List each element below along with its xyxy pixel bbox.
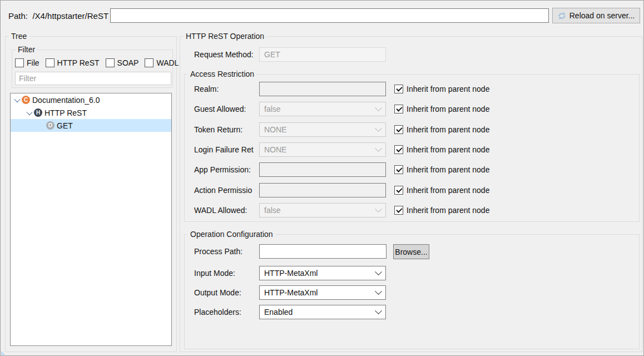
placeholders-select[interactable]: Enabled [259, 305, 386, 319]
inherit-checkbox-wadl-allowed[interactable]: Inherit from parent node [394, 206, 489, 215]
field-label: Guest Allowed: [194, 105, 259, 113]
checkbox[interactable] [394, 145, 403, 154]
tree-node-documentation[interactable]: C Documentation_6.0 [11, 93, 171, 106]
request-method-value: GET [264, 50, 280, 59]
reload-sync-icon [558, 12, 566, 20]
checkbox[interactable] [394, 206, 403, 215]
chevron-down-icon [375, 145, 382, 152]
checkbox-label: WADL [156, 58, 179, 67]
inherit-label: Inherit from parent node [407, 145, 489, 154]
chevron-down-icon [375, 288, 382, 295]
operation-configuration-group-label: Operation Configuration [188, 229, 275, 239]
request-method-label: Request Method: [194, 50, 259, 59]
tree-list[interactable]: C Documentation_6.0 H HTTP ReST O GET [10, 93, 172, 346]
checkbox[interactable] [106, 58, 115, 67]
checkbox-label: SOAP [117, 58, 139, 67]
checkbox[interactable] [394, 105, 403, 113]
field-label: App Permission: [194, 165, 259, 174]
path-value: /X4/httpstarter/ReST [32, 11, 108, 21]
field-label: Login Failure Ret [194, 145, 259, 154]
expander-icon[interactable] [25, 111, 34, 115]
select-value: HTTP-MetaXml [264, 269, 318, 278]
login-failure-select: NONE [259, 142, 386, 157]
tree-node-http-rest[interactable]: H HTTP ReST [11, 106, 171, 119]
inherit-checkbox-login-failure[interactable]: Inherit from parent node [394, 145, 489, 154]
filter-checkbox-wadl[interactable]: WADL [145, 58, 179, 67]
http-rest-operation-group-label: HTTP ReST Operation [184, 31, 266, 41]
wadl-allowed-select: false [259, 203, 386, 217]
filter-group-label: Filter [16, 44, 37, 55]
action-permission-row: Action Permissio Inherit from parent nod… [194, 183, 489, 197]
inherit-label: Inherit from parent node [407, 165, 489, 174]
checkbox[interactable] [394, 85, 403, 93]
filter-checkbox-http-rest[interactable]: HTTP ReST [46, 58, 100, 67]
process-path-input[interactable] [259, 244, 387, 259]
browse-button[interactable]: Browse... [393, 244, 429, 259]
filter-input[interactable] [15, 72, 171, 85]
checkmark-icon [396, 126, 402, 132]
select-value: NONE [264, 145, 286, 154]
inherit-label: Inherit from parent node [407, 206, 489, 215]
checkbox[interactable] [394, 125, 403, 134]
path-input[interactable] [110, 8, 549, 23]
expander-icon[interactable] [13, 98, 22, 102]
browse-button-label: Browse... [395, 248, 427, 256]
resize-grip[interactable] [1, 351, 5, 355]
checkmark-icon [396, 186, 402, 192]
placeholders-row: Placeholders: Enabled [194, 305, 386, 319]
token-return-select: NONE [259, 122, 386, 137]
inherit-checkbox-app-permission[interactable]: Inherit from parent node [394, 165, 489, 174]
checkbox[interactable] [15, 58, 24, 67]
process-path-row: Process Path: [194, 244, 387, 259]
input-mode-select[interactable]: HTTP-MetaXml [259, 266, 386, 280]
token-return-row: Token Return: NONE Inherit from parent n… [194, 122, 489, 137]
request-method-row: Request Method: GET [194, 47, 386, 62]
checkbox[interactable] [394, 165, 403, 174]
wadl-allowed-row: WADL Allowed: false Inherit from parent … [194, 203, 489, 217]
checkbox[interactable] [46, 58, 55, 67]
inherit-label: Inherit from parent node [407, 125, 489, 134]
chevron-down-icon [375, 268, 382, 275]
field-label: Realm: [194, 85, 259, 93]
inherit-checkbox-token-return[interactable]: Inherit from parent node [394, 125, 489, 134]
component-circle-icon: C [22, 96, 30, 104]
select-value: false [264, 105, 281, 113]
tree-node-label: GET [57, 121, 73, 130]
placeholders-label: Placeholders: [194, 308, 259, 317]
guest-allowed-row: Guest Allowed: false Inherit from parent… [194, 102, 489, 116]
field-label: WADL Allowed: [194, 206, 259, 215]
reload-on-server-button[interactable]: Reload on server... [552, 8, 640, 23]
checkmark-icon [396, 105, 402, 111]
input-mode-row: Input Mode: HTTP-MetaXml [194, 266, 386, 280]
field-label: Token Return: [194, 125, 259, 134]
tree-node-get[interactable]: O GET [11, 119, 171, 132]
chevron-down-icon [375, 307, 382, 314]
inherit-label: Inherit from parent node [407, 105, 489, 113]
input-mode-label: Input Mode: [194, 269, 259, 278]
realm-field [259, 82, 386, 96]
action-permission-field [259, 183, 386, 197]
checkmark-icon [396, 146, 402, 152]
inherit-checkbox-guest-allowed[interactable]: Inherit from parent node [394, 105, 489, 113]
checkmark-icon [396, 85, 402, 91]
checkbox-label: File [27, 58, 39, 67]
field-label: Action Permissio [194, 186, 259, 195]
select-value: Enabled [264, 308, 293, 317]
filter-checkbox-file[interactable]: File [15, 58, 39, 67]
app-permission-row: App Permission: Inherit from parent node [194, 162, 489, 177]
tree-node-label: Documentation_6.0 [32, 96, 100, 105]
output-mode-select[interactable]: HTTP-MetaXml [259, 285, 386, 300]
access-restriction-group-label: Access Restriction [188, 69, 256, 79]
checkbox[interactable] [145, 58, 153, 67]
process-path-label: Process Path: [194, 247, 259, 256]
path-label: Path: /X4/httpstarter/ReST [8, 11, 108, 21]
output-mode-row: Output Mode: HTTP-MetaXml [194, 285, 386, 300]
operation-circle-icon: O [46, 121, 55, 130]
chevron-down-icon [375, 205, 382, 212]
filter-checkbox-soap[interactable]: SOAP [106, 58, 139, 67]
inherit-checkbox-action-permission[interactable]: Inherit from parent node [394, 186, 489, 195]
checkbox[interactable] [394, 186, 403, 195]
app-permission-field [259, 162, 386, 177]
inherit-checkbox-realm[interactable]: Inherit from parent node [394, 85, 489, 93]
inherit-label: Inherit from parent node [407, 186, 489, 195]
